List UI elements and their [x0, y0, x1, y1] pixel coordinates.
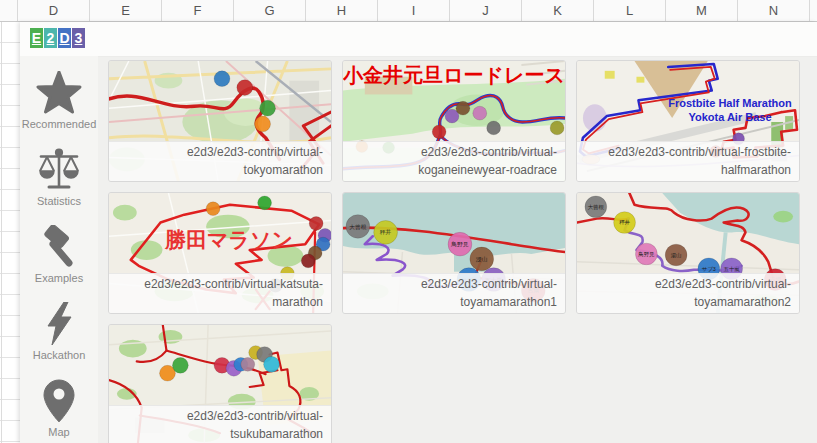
sidebar-item-map[interactable]: Map	[43, 378, 75, 438]
route-marker	[309, 217, 323, 231]
svg-text:大曾根: 大曾根	[588, 204, 605, 211]
sidebar-item-label: Hackathon	[33, 349, 86, 361]
sidebar-item-examples[interactable]: Examples	[35, 224, 83, 284]
route-marker	[487, 121, 501, 135]
sidebar-item-hackathon[interactable]: Hackathon	[33, 301, 86, 361]
route-marker	[260, 100, 276, 116]
route-marker	[172, 357, 188, 373]
column-header-N[interactable]: N	[738, 0, 810, 21]
route-marker	[432, 125, 446, 139]
lightning-icon	[45, 301, 73, 347]
e2d3-logo[interactable]: E2D3	[30, 28, 85, 48]
route-marker: 大曾根	[585, 196, 607, 218]
template-gallery: e2d3/e2d3-contrib/virtual-tokyomarathon	[108, 60, 800, 443]
column-header-H[interactable]: H	[306, 0, 378, 21]
route-marker: 秤井	[374, 221, 398, 245]
svg-text:秤井: 秤井	[619, 219, 630, 225]
route-marker: 湯山	[665, 244, 687, 266]
card-caption: e2d3/e2d3-contrib/virtual-tsukubamaratho…	[109, 405, 331, 443]
route-marker	[241, 357, 255, 371]
route-marker	[258, 196, 272, 210]
route-marker: 浸山	[470, 247, 494, 271]
route-marker: 鳥野見	[635, 243, 657, 265]
card-caption: e2d3/e2d3-contrib/virtual-toyamamarathon…	[577, 273, 799, 313]
sidebar-item-recommended[interactable]: Recommended	[22, 70, 97, 130]
route-marker	[264, 356, 280, 372]
route-marker	[206, 202, 220, 216]
spreadsheet-row-gridlines	[0, 22, 20, 443]
sidebar-item-label: Recommended	[22, 118, 97, 130]
sidebar-item-label: Map	[48, 426, 69, 438]
route-marker: 鳥野見	[448, 232, 472, 256]
route-marker	[473, 106, 487, 120]
sidebar-item-label: Examples	[35, 272, 83, 284]
svg-text:鳥野見: 鳥野見	[450, 241, 469, 248]
gavel-icon	[37, 224, 81, 270]
column-header-M[interactable]: M	[666, 0, 738, 21]
column-header-D[interactable]: D	[18, 0, 90, 21]
svg-text:鳥野見: 鳥野見	[637, 251, 655, 258]
svg-text:サブ3: サブ3	[702, 266, 716, 272]
column-header-spacer	[0, 0, 18, 21]
column-header-G[interactable]: G	[234, 0, 306, 21]
svg-text:湯山: 湯山	[671, 252, 682, 259]
route-marker	[255, 116, 271, 132]
route-marker	[456, 101, 470, 115]
logo-letter-2: 2	[44, 28, 57, 48]
route-marker	[237, 80, 253, 96]
route-marker: 秤井	[614, 212, 636, 234]
map-pin-icon	[43, 378, 75, 424]
card-caption: e2d3/e2d3-contrib/virtual-katsuta-marath…	[109, 273, 331, 313]
svg-text:大曾根: 大曾根	[349, 224, 367, 231]
e2d3-panel: E2D3 Recommended	[20, 22, 817, 443]
star-icon	[36, 70, 82, 116]
card-caption: e2d3/e2d3-contrib/virtual-koganeinewyear…	[343, 141, 565, 181]
column-header-L[interactable]: L	[594, 0, 666, 21]
e2d3-addin-window: DEFGHIJKLMN E2D3 Recommended	[0, 0, 817, 443]
gallery-card-frostbite-halfmarathon[interactable]: Frostbite Half Marathon Yokota Air Base …	[576, 60, 800, 182]
column-header-E[interactable]: E	[90, 0, 162, 21]
gallery-card-toyamamarathon2[interactable]: 大曾根秤井鳥野見湯山サブ3五十嵐古畑 e2d3/e2d3-contrib/vir…	[576, 192, 800, 314]
card-caption: e2d3/e2d3-contrib/virtual-toyamamarathon…	[343, 273, 565, 313]
svg-text:浸山: 浸山	[475, 256, 488, 263]
route-marker	[550, 121, 564, 135]
panel-top-band: E2D3	[20, 22, 817, 57]
column-header-F[interactable]: F	[162, 0, 234, 21]
logo-letter-D: D	[58, 28, 71, 48]
svg-text:五十嵐: 五十嵐	[723, 266, 740, 272]
sidebar-item-statistics[interactable]: Statistics	[36, 147, 82, 207]
card-caption: e2d3/e2d3-contrib/virtual-frostbite-half…	[577, 141, 799, 181]
logo-letter-E: E	[30, 28, 43, 48]
gallery-card-tsukubamarathon[interactable]: e2d3/e2d3-contrib/virtual-tsukubamaratho…	[108, 324, 332, 443]
route-marker	[301, 254, 315, 268]
spreadsheet-gridline	[1, 22, 2, 443]
route-marker: 大曾根	[346, 215, 370, 239]
sidebar-item-label: Statistics	[37, 195, 81, 207]
scales-icon	[36, 147, 82, 193]
column-header-K[interactable]: K	[522, 0, 594, 21]
column-header-I[interactable]: I	[378, 0, 450, 21]
svg-text:秤井: 秤井	[380, 229, 392, 235]
column-header-J[interactable]: J	[450, 0, 522, 21]
sidebar: Recommended Statistics	[20, 56, 98, 443]
logo-letter-3: 3	[72, 28, 85, 48]
gallery-card-koganeinewyear-roadrace[interactable]: 小金井元旦ロードレース e2d3/e2d3-contrib/virtual-ko…	[342, 60, 566, 182]
card-caption: e2d3/e2d3-contrib/virtual-tokyomarathon	[109, 141, 331, 181]
gallery-card-tokyomarathon[interactable]: e2d3/e2d3-contrib/virtual-tokyomarathon	[108, 60, 332, 182]
column-headers: DEFGHIJKLMN	[0, 0, 817, 22]
route-marker	[214, 71, 230, 87]
gallery-card-katsuta-marathon[interactable]: 勝田マラソン e2d3/e2d3-contrib/virtual-katsuta…	[108, 192, 332, 314]
gallery-card-toyamamarathon1[interactable]: 大曾根秤井鳥野見浸山サブ3五十嵐吉畑 e2d3/e2d3-contrib/vir…	[342, 192, 566, 314]
